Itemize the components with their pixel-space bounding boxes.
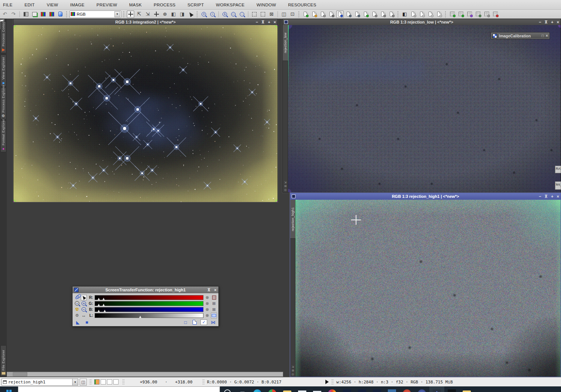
toolbar-drag-handle[interactable] xyxy=(123,11,125,18)
drag-handle[interactable] xyxy=(331,379,334,385)
move-mode-icon[interactable] xyxy=(127,10,134,18)
extract-channels-icon[interactable] xyxy=(48,10,55,18)
radiation-icon[interactable]: ☢ xyxy=(74,307,80,312)
image-refresh-icon[interactable] xyxy=(362,10,370,18)
menu-item-preview[interactable]: PREVIEW xyxy=(95,2,119,8)
pointer-mode-icon[interactable] xyxy=(187,10,194,18)
duplicate-window-icon[interactable]: ◫ xyxy=(280,10,288,18)
toolbar-drag-handle[interactable] xyxy=(397,11,399,18)
pointer-icon[interactable] xyxy=(81,295,87,300)
screen-delete-icon[interactable] xyxy=(319,10,327,18)
workspace-square-3[interactable] xyxy=(107,379,112,385)
stf-link-icon[interactable] xyxy=(483,10,490,18)
stf-slider-l[interactable] xyxy=(95,313,203,318)
slider-marker[interactable] xyxy=(139,316,141,318)
stf-slider-g[interactable] xyxy=(95,301,203,306)
close-icon[interactable]: × xyxy=(214,288,217,293)
slider-marker[interactable] xyxy=(98,298,100,300)
stf-reset-icon[interactable]: ⋈ xyxy=(210,319,216,325)
menu-item-image[interactable]: IMAGE xyxy=(69,2,86,8)
slider-marker[interactable] xyxy=(102,298,105,300)
taskbar-app-cortana[interactable] xyxy=(220,386,235,392)
h-expand-icon[interactable]: ↔ xyxy=(81,313,87,318)
screen-right-icon[interactable]: ◨ xyxy=(178,10,186,18)
sidebar-tab-format-explorer[interactable]: Format Explorer● xyxy=(0,120,6,152)
menu-item-window[interactable]: WINDOW xyxy=(255,2,278,8)
stf-white-point-icon[interactable]: ■ xyxy=(84,319,90,325)
mask-select-icon[interactable] xyxy=(435,10,443,18)
taskbar-app-mail[interactable] xyxy=(310,386,325,392)
workspace-square-2[interactable] xyxy=(101,379,106,385)
screen-lock-icon[interactable] xyxy=(336,10,344,18)
view-mode-button[interactable]: ◫ xyxy=(80,379,87,386)
taskbar-search[interactable]: Taper ici pour rechercher xyxy=(18,386,220,392)
zoom-window-icon[interactable]: + xyxy=(551,19,553,25)
link-icon[interactable] xyxy=(74,295,80,300)
stf-titlebar[interactable]: ScreenTransferFunction: rejection_high1 … xyxy=(73,287,218,293)
undo-icon[interactable]: ↶ xyxy=(1,10,9,18)
reset-channel-icon[interactable]: ⊗ xyxy=(204,313,210,318)
new-image-window-icon[interactable] xyxy=(31,10,38,18)
taskbar-app-explorer[interactable] xyxy=(459,386,474,392)
stf-new-instance-icon[interactable]: □ xyxy=(183,319,188,325)
taskbar-app-app-blue[interactable] xyxy=(414,386,429,392)
new-preview-mode-icon[interactable] xyxy=(251,10,258,18)
menu-item-script[interactable]: SCRIPT xyxy=(186,2,205,8)
rejection-low-side-tab[interactable]: rejection_low xyxy=(283,25,288,61)
toolbar-drag-handle[interactable] xyxy=(445,11,447,18)
history-forward-icon[interactable] xyxy=(388,10,395,18)
pan-mode-icon[interactable] xyxy=(153,10,160,18)
rejection-high1-canvas[interactable] xyxy=(295,200,561,377)
view-mode-selector[interactable]: RGB▼ xyxy=(70,10,121,18)
strip-resize-icon[interactable]: ⇲ xyxy=(284,181,287,184)
dropdown-arrow-icon[interactable]: ▼ xyxy=(114,11,120,17)
taskbar-app-photos[interactable] xyxy=(325,386,340,392)
iconize-icon[interactable]: − xyxy=(539,193,541,199)
edit-parameters-icon[interactable]: ⊞ xyxy=(211,301,217,306)
taskbar-app-ps[interactable]: Ps xyxy=(370,386,384,392)
strip-grid-icon[interactable]: ⊞ xyxy=(292,369,294,372)
start-button[interactable] xyxy=(0,386,18,392)
shade-icon[interactable]: ⊼ xyxy=(545,19,548,25)
reset-channel-icon[interactable]: ⊗ xyxy=(204,301,210,306)
menu-item-edit[interactable]: EDIT xyxy=(23,2,36,8)
slider-marker[interactable] xyxy=(104,310,106,312)
taskbar-app-edge[interactable] xyxy=(250,386,265,392)
zoom-in-icon[interactable]: + xyxy=(81,301,87,306)
center-view-icon[interactable]: ⊕ xyxy=(161,10,169,18)
drag-handle[interactable] xyxy=(202,379,205,385)
strip-resize-icon[interactable]: ⇲ xyxy=(292,365,294,368)
workspace-hscrollbar[interactable] xyxy=(7,372,283,377)
screen-save-icon[interactable] xyxy=(328,10,335,18)
sidebar-tab-file-explorer[interactable]: File Explorer xyxy=(0,345,6,376)
zoom-in-icon[interactable]: + xyxy=(200,10,208,18)
workspace-square-1[interactable] xyxy=(94,379,99,385)
close-icon[interactable]: × xyxy=(546,34,548,38)
scroll-left-button[interactable] xyxy=(7,372,13,376)
right-edge-tab-raw[interactable]: RAW xyxy=(555,166,561,173)
scrollbar-thumb[interactable] xyxy=(13,372,27,376)
stf-black-point-icon[interactable]: ◣ xyxy=(75,319,81,325)
menu-item-file[interactable]: FILE xyxy=(1,2,14,8)
toolbar-drag-handle[interactable] xyxy=(66,11,68,18)
view-selector[interactable]: rejection_high1 ▼ xyxy=(1,379,78,386)
rejection-low-canvas[interactable] xyxy=(288,25,561,192)
edit-preview-mode-icon[interactable] xyxy=(259,10,267,18)
zoom-out-icon[interactable]: − xyxy=(81,307,87,312)
menu-item-resources[interactable]: RESOURCES xyxy=(286,2,318,8)
stf-table-icon[interactable] xyxy=(474,10,482,18)
taskbar-app-lrc[interactable]: Lrc xyxy=(355,386,370,392)
strip-grid-icon[interactable]: ⊞ xyxy=(284,185,287,188)
taskbar-app-store[interactable] xyxy=(295,386,310,392)
drag-handle[interactable] xyxy=(89,379,92,385)
mask-enable-icon[interactable] xyxy=(427,10,434,18)
taskbar-app-taskview[interactable]: ⊞ xyxy=(235,386,250,392)
edit-parameters-icon[interactable]: ⊞ xyxy=(211,307,217,312)
menu-item-view[interactable]: VIEW xyxy=(45,2,60,8)
zoom-window-icon[interactable]: + xyxy=(268,19,270,25)
slider-marker[interactable] xyxy=(98,310,100,312)
stf-reset-icon[interactable] xyxy=(491,10,499,18)
image-upload-icon[interactable] xyxy=(353,10,361,18)
mask-show-icon[interactable]: ◧ xyxy=(401,10,408,18)
iconize-icon[interactable]: − xyxy=(256,19,258,25)
